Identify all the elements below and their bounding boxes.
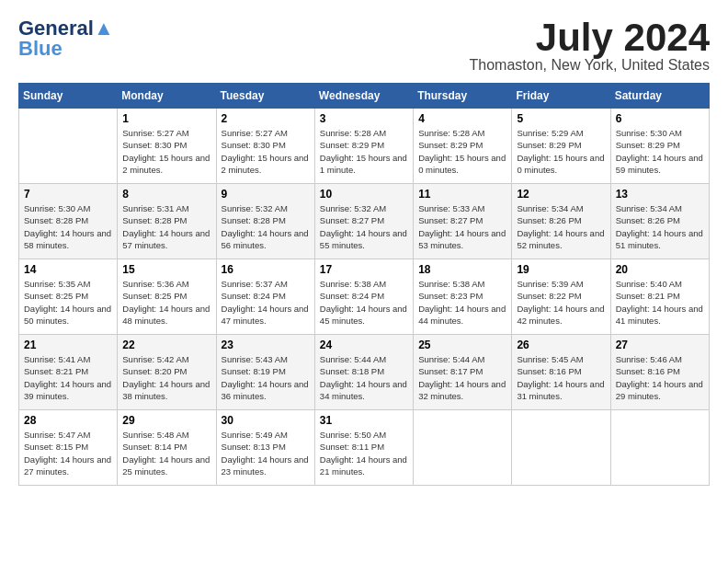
header-friday: Friday (512, 84, 610, 109)
calendar-cell: 30Sunrise: 5:49 AM Sunset: 8:13 PM Dayli… (216, 410, 314, 486)
day-info: Sunrise: 5:30 AM Sunset: 8:29 PM Dayligh… (616, 127, 704, 176)
day-number: 15 (122, 263, 210, 276)
day-number: 25 (418, 339, 506, 351)
day-number: 21 (24, 339, 112, 351)
calendar-cell: 19Sunrise: 5:39 AM Sunset: 8:22 PM Dayli… (512, 259, 610, 335)
day-number: 16 (222, 263, 310, 276)
day-number: 24 (320, 339, 408, 351)
day-number: 17 (320, 263, 408, 276)
day-info: Sunrise: 5:27 AM Sunset: 8:30 PM Dayligh… (122, 127, 210, 176)
header-saturday: Saturday (610, 84, 709, 109)
day-number: 29 (122, 414, 210, 427)
day-info: Sunrise: 5:28 AM Sunset: 8:29 PM Dayligh… (418, 127, 506, 176)
day-number: 6 (616, 112, 704, 125)
calendar-cell: 25Sunrise: 5:44 AM Sunset: 8:17 PM Dayli… (414, 335, 512, 410)
day-number: 31 (320, 414, 408, 427)
header-wednesday: Wednesday (314, 84, 413, 109)
day-number: 13 (616, 188, 704, 201)
day-info: Sunrise: 5:47 AM Sunset: 8:15 PM Dayligh… (24, 429, 112, 477)
day-number: 10 (320, 188, 408, 201)
calendar-week-row: 28Sunrise: 5:47 AM Sunset: 8:15 PM Dayli… (19, 410, 710, 486)
day-number: 18 (418, 263, 506, 276)
calendar-cell: 20Sunrise: 5:40 AM Sunset: 8:21 PM Dayli… (610, 259, 709, 335)
calendar-cell: 31Sunrise: 5:50 AM Sunset: 8:11 PM Dayli… (314, 410, 413, 486)
calendar-cell: 29Sunrise: 5:48 AM Sunset: 8:14 PM Dayli… (118, 410, 216, 486)
calendar-cell: 8Sunrise: 5:31 AM Sunset: 8:28 PM Daylig… (118, 184, 216, 259)
calendar-cell: 9Sunrise: 5:32 AM Sunset: 8:28 PM Daylig… (216, 184, 314, 259)
day-number: 7 (24, 188, 112, 201)
header-sunday: Sunday (19, 84, 118, 109)
day-info: Sunrise: 5:27 AM Sunset: 8:30 PM Dayligh… (222, 127, 310, 176)
header-tuesday: Tuesday (216, 84, 314, 109)
page-header: General▲ Blue July 2024 Thomaston, New Y… (18, 18, 710, 74)
calendar-cell: 7Sunrise: 5:30 AM Sunset: 8:28 PM Daylig… (19, 184, 118, 259)
day-info: Sunrise: 5:44 AM Sunset: 8:17 PM Dayligh… (418, 353, 506, 402)
logo-blue: Blue (18, 39, 63, 59)
calendar-week-row: 14Sunrise: 5:35 AM Sunset: 8:25 PM Dayli… (19, 259, 710, 335)
day-number: 19 (517, 263, 605, 276)
calendar-cell: 24Sunrise: 5:44 AM Sunset: 8:18 PM Dayli… (314, 335, 413, 410)
calendar-cell: 27Sunrise: 5:46 AM Sunset: 8:16 PM Dayli… (610, 335, 709, 410)
calendar-cell: 28Sunrise: 5:47 AM Sunset: 8:15 PM Dayli… (19, 410, 118, 486)
day-info: Sunrise: 5:35 AM Sunset: 8:25 PM Dayligh… (24, 278, 112, 327)
calendar-cell: 23Sunrise: 5:43 AM Sunset: 8:19 PM Dayli… (216, 335, 314, 410)
location: Thomaston, New York, United States (470, 57, 710, 74)
calendar-header-row: SundayMondayTuesdayWednesdayThursdayFrid… (19, 84, 710, 109)
day-number: 12 (517, 188, 605, 201)
calendar-week-row: 1Sunrise: 5:27 AM Sunset: 8:30 PM Daylig… (19, 109, 710, 184)
calendar-cell: 13Sunrise: 5:34 AM Sunset: 8:26 PM Dayli… (610, 184, 709, 259)
logo-text: General▲ (18, 18, 114, 39)
day-info: Sunrise: 5:39 AM Sunset: 8:22 PM Dayligh… (517, 278, 605, 327)
calendar-cell: 18Sunrise: 5:38 AM Sunset: 8:23 PM Dayli… (414, 259, 512, 335)
day-number: 3 (320, 112, 408, 125)
calendar-cell: 11Sunrise: 5:33 AM Sunset: 8:27 PM Dayli… (414, 184, 512, 259)
day-info: Sunrise: 5:34 AM Sunset: 8:26 PM Dayligh… (517, 202, 605, 251)
day-number: 20 (616, 263, 704, 276)
day-info: Sunrise: 5:32 AM Sunset: 8:27 PM Dayligh… (320, 202, 408, 251)
day-number: 23 (222, 339, 310, 351)
calendar-table: SundayMondayTuesdayWednesdayThursdayFrid… (18, 83, 710, 486)
header-monday: Monday (118, 84, 216, 109)
calendar-cell: 15Sunrise: 5:36 AM Sunset: 8:25 PM Dayli… (118, 259, 216, 335)
day-info: Sunrise: 5:36 AM Sunset: 8:25 PM Dayligh… (122, 278, 210, 327)
calendar-cell: 2Sunrise: 5:27 AM Sunset: 8:30 PM Daylig… (216, 109, 314, 184)
calendar-cell: 10Sunrise: 5:32 AM Sunset: 8:27 PM Dayli… (314, 184, 413, 259)
calendar-cell: 3Sunrise: 5:28 AM Sunset: 8:29 PM Daylig… (314, 109, 413, 184)
day-number: 27 (616, 339, 704, 351)
calendar-cell: 22Sunrise: 5:42 AM Sunset: 8:20 PM Dayli… (118, 335, 216, 410)
calendar-cell (414, 410, 512, 486)
day-info: Sunrise: 5:32 AM Sunset: 8:28 PM Dayligh… (222, 202, 310, 251)
day-info: Sunrise: 5:38 AM Sunset: 8:24 PM Dayligh… (320, 278, 408, 327)
day-info: Sunrise: 5:28 AM Sunset: 8:29 PM Dayligh… (320, 127, 408, 176)
day-number: 5 (517, 112, 605, 125)
day-info: Sunrise: 5:48 AM Sunset: 8:14 PM Dayligh… (122, 429, 210, 477)
day-number: 8 (122, 188, 210, 201)
day-info: Sunrise: 5:49 AM Sunset: 8:13 PM Dayligh… (222, 429, 310, 477)
day-info: Sunrise: 5:33 AM Sunset: 8:27 PM Dayligh… (418, 202, 506, 251)
calendar-cell: 5Sunrise: 5:29 AM Sunset: 8:29 PM Daylig… (512, 109, 610, 184)
title-block: July 2024 Thomaston, New York, United St… (470, 18, 710, 74)
calendar-cell: 6Sunrise: 5:30 AM Sunset: 8:29 PM Daylig… (610, 109, 709, 184)
header-thursday: Thursday (414, 84, 512, 109)
day-info: Sunrise: 5:31 AM Sunset: 8:28 PM Dayligh… (122, 202, 210, 251)
day-info: Sunrise: 5:45 AM Sunset: 8:16 PM Dayligh… (517, 353, 605, 402)
day-number: 11 (418, 188, 506, 201)
day-info: Sunrise: 5:29 AM Sunset: 8:29 PM Dayligh… (517, 127, 605, 176)
day-info: Sunrise: 5:46 AM Sunset: 8:16 PM Dayligh… (616, 353, 704, 402)
calendar-week-row: 21Sunrise: 5:41 AM Sunset: 8:21 PM Dayli… (19, 335, 710, 410)
calendar-cell (512, 410, 610, 486)
calendar-cell: 17Sunrise: 5:38 AM Sunset: 8:24 PM Dayli… (314, 259, 413, 335)
calendar-cell: 12Sunrise: 5:34 AM Sunset: 8:26 PM Dayli… (512, 184, 610, 259)
day-info: Sunrise: 5:37 AM Sunset: 8:24 PM Dayligh… (222, 278, 310, 327)
logo: General▲ Blue (18, 18, 114, 59)
day-info: Sunrise: 5:44 AM Sunset: 8:18 PM Dayligh… (320, 353, 408, 402)
day-info: Sunrise: 5:38 AM Sunset: 8:23 PM Dayligh… (418, 278, 506, 327)
day-info: Sunrise: 5:43 AM Sunset: 8:19 PM Dayligh… (222, 353, 310, 402)
calendar-cell: 1Sunrise: 5:27 AM Sunset: 8:30 PM Daylig… (118, 109, 216, 184)
day-number: 9 (222, 188, 310, 201)
day-number: 26 (517, 339, 605, 351)
day-number: 4 (418, 112, 506, 125)
day-number: 22 (122, 339, 210, 351)
calendar-week-row: 7Sunrise: 5:30 AM Sunset: 8:28 PM Daylig… (19, 184, 710, 259)
day-info: Sunrise: 5:40 AM Sunset: 8:21 PM Dayligh… (616, 278, 704, 327)
